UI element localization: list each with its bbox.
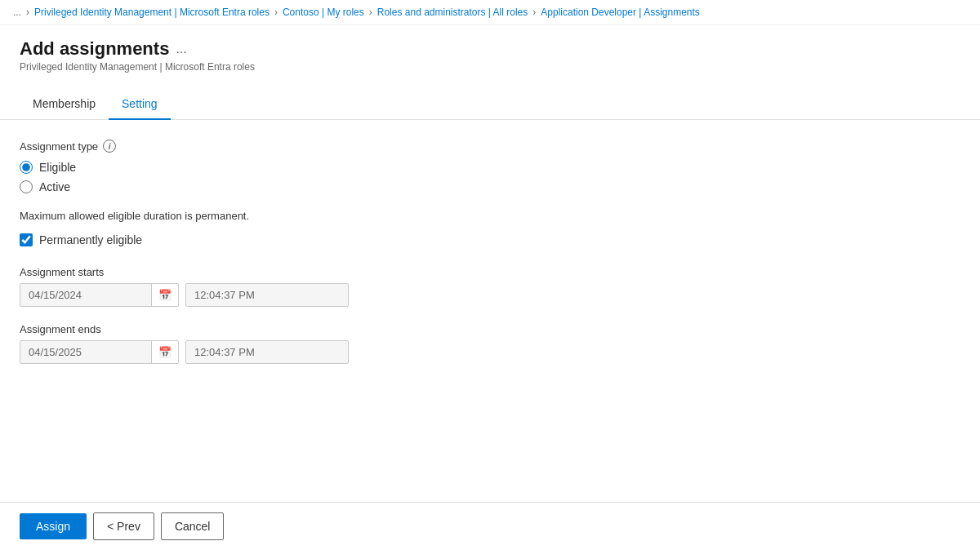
assignment-starts-label: Assignment starts (20, 266, 960, 278)
assignment-ends-label: Assignment ends (20, 323, 960, 335)
tab-setting[interactable]: Setting (109, 89, 171, 120)
eligible-radio[interactable] (20, 161, 33, 174)
page-title: Add assignments (20, 38, 169, 60)
breadcrumb-item-2[interactable]: Contoso | My roles (283, 7, 364, 18)
starts-date-wrapper: 📅 (20, 283, 179, 307)
ends-date-input[interactable] (20, 341, 151, 363)
tabs-container: Membership Setting (0, 89, 980, 120)
assignment-ends-row: 📅 (20, 340, 960, 364)
assignment-ends-group: Assignment ends 📅 (20, 323, 960, 364)
active-option[interactable]: Active (20, 180, 960, 193)
ends-time-input[interactable] (185, 340, 349, 364)
page-title-more[interactable]: ... (176, 42, 186, 56)
permanent-info-text: Maximum allowed eligible duration is per… (20, 210, 960, 222)
permanently-eligible-option[interactable]: Permanently eligible (20, 233, 960, 246)
eligible-option[interactable]: Eligible (20, 161, 960, 174)
permanently-eligible-checkbox[interactable] (20, 233, 33, 246)
starts-calendar-icon[interactable]: 📅 (151, 284, 178, 306)
breadcrumb: ... › Privileged Identity Management | M… (0, 0, 980, 25)
assignment-type-label: Assignment type (20, 140, 98, 153)
starts-date-input[interactable] (20, 284, 151, 306)
assignment-type-info-icon[interactable]: i (103, 140, 116, 153)
assignment-type-section: Assignment type i Eligible Active (20, 140, 960, 193)
breadcrumb-item-3[interactable]: Roles and administrators | All roles (377, 7, 528, 18)
eligible-label: Eligible (39, 161, 76, 174)
ends-date-wrapper: 📅 (20, 340, 179, 364)
content-area: Assignment type i Eligible Active Maximu… (0, 120, 980, 400)
breadcrumb-item-1[interactable]: Privileged Identity Management | Microso… (34, 7, 270, 18)
page-header: Add assignments ... Privileged Identity … (0, 25, 980, 79)
active-label: Active (39, 180, 70, 193)
breadcrumb-item-4[interactable]: Application Developer | Assignments (541, 7, 700, 18)
assignment-type-radio-group: Eligible Active (20, 161, 960, 193)
breadcrumb-dots[interactable]: ... (13, 7, 21, 18)
ends-calendar-icon[interactable]: 📅 (151, 341, 178, 363)
assignment-starts-group: Assignment starts 📅 (20, 266, 960, 307)
active-radio[interactable] (20, 180, 33, 193)
tab-membership[interactable]: Membership (20, 89, 109, 120)
permanently-eligible-label: Permanently eligible (39, 233, 142, 246)
page-subtitle: Privileged Identity Management | Microso… (20, 61, 960, 73)
assignment-starts-row: 📅 (20, 283, 960, 307)
starts-time-input[interactable] (185, 283, 349, 307)
